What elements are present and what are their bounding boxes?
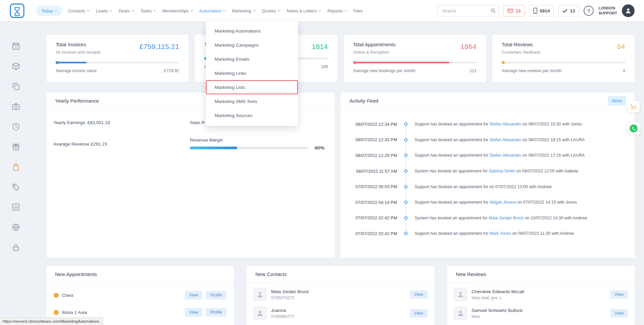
copy-icon[interactable] xyxy=(11,82,20,91)
new-appointments-panel: New Appointments Chest View Profile Boto… xyxy=(46,266,234,325)
navbar-right-cluster: 13 5914 13 ? LONDON SUPPORT xyxy=(438,4,635,17)
stats-refreshed-label: Stats R xyxy=(190,120,205,125)
menu-item-marketing-sms-texts[interactable]: Marketing SMS Texts xyxy=(206,94,298,108)
review-row: Samuel Schwartz Bullock Nice View xyxy=(447,307,635,320)
appointment-label: Botox 1 Area xyxy=(62,310,87,315)
event-time: 07/07/2022 02:42 PM xyxy=(341,215,397,220)
event-contact-link[interactable]: Stefan Alexandru xyxy=(489,138,521,142)
stat-footer-label: Average invoice value xyxy=(56,68,97,73)
nav-item-contacts[interactable]: Contacts xyxy=(67,6,90,16)
cart-float-button[interactable] xyxy=(628,101,640,113)
timeline-marker-icon xyxy=(397,185,415,188)
event-contact-link[interactable]: Sabrina Smith xyxy=(489,169,515,173)
event-contact-link[interactable]: Abigail Joness xyxy=(489,200,516,205)
timeline-marker-icon xyxy=(397,154,415,157)
nav-item-marketing[interactable]: Marketing xyxy=(231,6,256,16)
stat-title: Total Appointments xyxy=(353,42,396,47)
nav-item-quotes[interactable]: Quotes xyxy=(261,6,281,16)
menu-item-marketing-automations[interactable]: Marketing Automations xyxy=(206,24,298,38)
calls-badge[interactable]: 5914 xyxy=(529,5,554,16)
support-icon[interactable] xyxy=(11,223,20,232)
user-avatar[interactable] xyxy=(622,4,635,17)
nav-label: Memberships xyxy=(162,8,189,13)
nav-item-files[interactable]: Files xyxy=(353,6,363,16)
timeline-marker-icon xyxy=(397,169,415,173)
event-time: 07/07/2022 02:42 PM xyxy=(341,231,397,236)
nav-label: Quotes xyxy=(262,8,276,13)
bar-chart-icon[interactable] xyxy=(11,203,20,212)
stat-card-appointments: Total Appointments Online & Reception 18… xyxy=(344,35,486,82)
nav-item-tasks[interactable]: Tasks xyxy=(140,6,156,16)
stat-footer-value: 0 xyxy=(623,68,625,73)
calendar-icon[interactable]: 12 xyxy=(11,42,20,51)
stat-footer-value: 121 xyxy=(470,68,477,73)
nav-item-deals[interactable]: Deals xyxy=(118,6,134,16)
view-button[interactable]: View xyxy=(610,290,628,299)
nav-item-reports[interactable]: Reports xyxy=(327,6,347,16)
event-contact-link[interactable]: Mark Jones xyxy=(489,231,511,236)
call-float-button[interactable] xyxy=(628,122,640,134)
svg-text:12: 12 xyxy=(14,46,17,49)
shopping-bag-icon[interactable] xyxy=(11,162,20,171)
event-contact-link[interactable]: Stefan Alexandru xyxy=(489,122,521,126)
progress-bar xyxy=(56,62,179,63)
event-text: Support has booked an appointment for Ma… xyxy=(415,231,574,236)
icon-sidebar: 12 xyxy=(0,21,32,325)
nav-item-leads[interactable]: Leads xyxy=(95,6,112,16)
package-icon[interactable] xyxy=(11,62,20,71)
timeline-marker-icon xyxy=(397,201,415,204)
tag-icon[interactable] xyxy=(11,182,20,192)
history-icon[interactable] xyxy=(11,122,20,131)
profile-button[interactable]: Profile xyxy=(206,308,226,317)
search-input[interactable] xyxy=(438,5,499,16)
activity-event: 07/07/2022 02:42 PMSystem has booked an … xyxy=(341,210,635,226)
calls-count: 5914 xyxy=(540,8,550,13)
nav-item-automation[interactable]: Automation xyxy=(199,6,226,16)
view-button[interactable]: View xyxy=(185,308,203,317)
profile-button[interactable]: Profile xyxy=(206,291,226,300)
menu-item-marketing-campaigns[interactable]: Marketing Campaigns xyxy=(206,38,298,52)
reviewer-name: Cherokee Edwards Mccall xyxy=(472,289,524,294)
messages-count: 13 xyxy=(516,8,521,13)
event-contact-link[interactable]: Stefan Alexandru xyxy=(489,153,521,158)
appointment-row: Botox 1 Area View Profile xyxy=(46,308,234,317)
event-time: 08/07/2022 12:33 PM xyxy=(341,137,397,142)
help-button[interactable]: ? xyxy=(584,6,594,16)
activity-event: 07/07/2022 04:14 PMSupport has booked an… xyxy=(341,195,635,210)
appointment-label: Chest xyxy=(62,293,73,298)
view-button[interactable]: View xyxy=(185,291,203,300)
person-icon xyxy=(625,7,632,14)
event-text: Support has booked an appointment for on… xyxy=(415,184,552,189)
nav-item-notes-letters[interactable]: Notes & Letters xyxy=(286,6,322,16)
dashboard-content: Total Invoices All invoices and receipts… xyxy=(46,35,635,325)
review-row: Cherokee Edwards Mccall Very cool, yes :… xyxy=(447,288,635,301)
menu-item-marketing-lists[interactable]: Marketing Lists xyxy=(206,80,298,94)
view-button[interactable]: View xyxy=(410,290,428,299)
stat-card-invoices: Total Invoices All invoices and receipts… xyxy=(46,35,189,82)
contact-row: Joanna 0785050777 View xyxy=(247,307,434,320)
app-logo[interactable] xyxy=(9,3,25,18)
activity-event: 08/07/2022 12:33 PMSupport has booked an… xyxy=(341,132,635,148)
messages-badge[interactable]: 13 xyxy=(503,5,525,16)
event-time: 07/07/2022 04:14 PM xyxy=(341,200,397,205)
view-button[interactable]: View xyxy=(610,309,628,318)
chevron-down-icon xyxy=(223,9,225,11)
menu-item-marketing-emails[interactable]: Marketing Emails xyxy=(206,52,298,66)
camera-icon[interactable] xyxy=(11,102,20,111)
menu-item-marketing-links[interactable]: Marketing Links xyxy=(206,66,298,80)
search-icon[interactable] xyxy=(490,8,496,15)
nav-item-memberships[interactable]: Memberships xyxy=(162,6,193,16)
lock-icon[interactable] xyxy=(11,243,20,252)
event-contact-link[interactable]: Maia Jordan Brock xyxy=(489,216,524,220)
gift-icon[interactable] xyxy=(11,142,20,151)
nav-item-today[interactable]: Today xyxy=(36,6,62,16)
chevron-down-icon xyxy=(344,9,347,11)
menu-item-marketing-sources[interactable]: Marketing Sources xyxy=(206,108,298,122)
progress-bar xyxy=(502,62,625,63)
nav-label: Tasks xyxy=(141,8,152,13)
view-button[interactable]: View xyxy=(410,309,428,318)
tasks-badge[interactable]: 13 xyxy=(558,5,579,16)
more-button[interactable]: More xyxy=(608,96,626,106)
link-preview-status-bar: https://server3.clinicsoftware.com/Marke… xyxy=(0,318,103,325)
question-icon: ? xyxy=(587,8,590,14)
